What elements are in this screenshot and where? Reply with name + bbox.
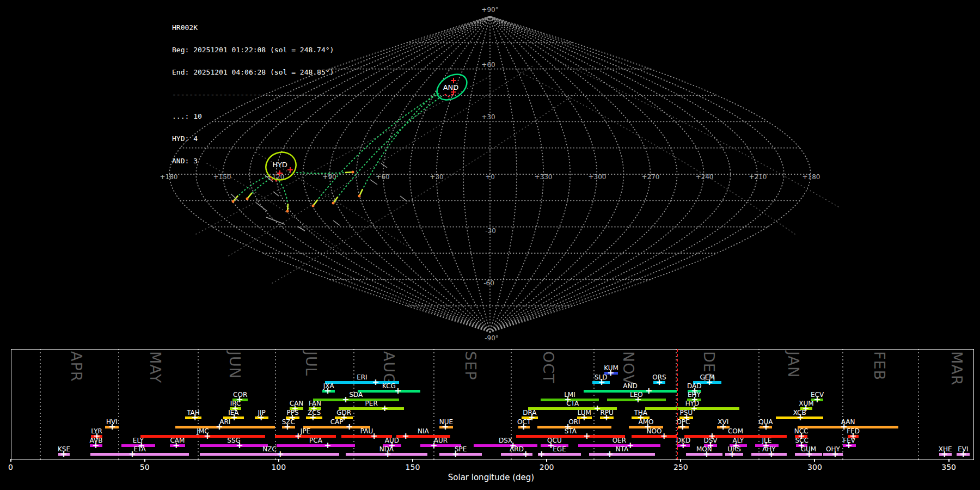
axis-tick bbox=[680, 459, 681, 462]
axis-tick bbox=[10, 459, 11, 462]
shower-peak-pca: + bbox=[324, 442, 332, 449]
shower-peak-sta: + bbox=[583, 432, 591, 440]
month-label-apr: APR bbox=[68, 351, 85, 382]
shower-bar-eta bbox=[90, 453, 189, 456]
axis-tick-label: 250 bbox=[664, 463, 697, 471]
shower-peak-xcb: + bbox=[797, 414, 804, 421]
shower-label-aur: AUR bbox=[416, 437, 465, 444]
shower-peak-evi: + bbox=[959, 450, 967, 458]
shower-label-noo: NOO bbox=[630, 427, 679, 435]
shower-peak-nzc: + bbox=[277, 450, 284, 458]
shower-label-nzc: NZC bbox=[245, 445, 294, 453]
axis-tick bbox=[278, 459, 279, 462]
shower-bar-spe bbox=[439, 453, 482, 456]
shower-label-ard: ARD bbox=[492, 445, 541, 453]
shower-peak-kcg: + bbox=[394, 387, 402, 395]
shower-label-cap: CAP bbox=[313, 418, 362, 426]
axis-tick bbox=[546, 459, 547, 462]
meteor-activity-screenshot: HR002K Beg: 20251201 01:22:08 (sol = 248… bbox=[0, 0, 980, 490]
shower-peak-ohy: + bbox=[831, 450, 839, 458]
shower-bar-nta bbox=[589, 453, 655, 456]
shower-peak-nda: + bbox=[384, 450, 391, 458]
month-label-jul: JUL bbox=[303, 351, 320, 376]
shower-label-oer: OER bbox=[595, 437, 644, 444]
month-label-jan: JAN bbox=[785, 351, 802, 378]
month-label-mar: MAR bbox=[948, 351, 965, 386]
shower-label-ori: ORI bbox=[550, 418, 599, 426]
shower-peak-qua: + bbox=[762, 423, 770, 431]
shower-peak-urs: + bbox=[728, 450, 736, 458]
shower-peak-ard: + bbox=[522, 450, 530, 458]
shower-peak-oct: + bbox=[520, 423, 528, 431]
shower-label-cta: CTA bbox=[548, 400, 597, 407]
shower-peak-kse: + bbox=[60, 450, 68, 458]
month-label-jun: JUN bbox=[226, 351, 243, 379]
shower-label-sda: SDA bbox=[332, 391, 381, 399]
axis-tick-label: 0 bbox=[0, 463, 27, 471]
x-axis-title: Solar longitude (deg) bbox=[442, 473, 540, 482]
shower-peak-cam: + bbox=[173, 442, 180, 449]
shower-label-kcg: KCG bbox=[364, 382, 413, 390]
axis-tick bbox=[144, 459, 145, 462]
shower-label-eta: ETA bbox=[115, 445, 164, 453]
current-sol-line bbox=[677, 349, 678, 461]
shower-bar-nzc bbox=[200, 453, 339, 456]
shower-label-ssg: SSG bbox=[210, 437, 259, 444]
axis-tick-label: 200 bbox=[530, 463, 563, 471]
shower-label-aan: AAN bbox=[824, 418, 873, 426]
shower-label-dsx: DSX bbox=[481, 437, 530, 444]
shower-peak-ssg: + bbox=[236, 442, 243, 449]
axis-tick-label: 100 bbox=[262, 463, 295, 471]
shower-label-spe: SPE bbox=[436, 445, 485, 453]
shower-label-ari: ARI bbox=[200, 418, 249, 426]
shower-peak-avb: + bbox=[92, 442, 100, 449]
axis-tick bbox=[814, 459, 815, 462]
month-label-feb: FEB bbox=[871, 351, 888, 381]
shower-peak-sld: + bbox=[598, 378, 605, 386]
shower-peak-ege: + bbox=[538, 450, 546, 458]
axis-tick-label: 300 bbox=[798, 463, 831, 471]
axis-tick-label: 50 bbox=[128, 463, 161, 471]
shower-peak-per: + bbox=[381, 405, 389, 412]
shower-peak-rpu: + bbox=[603, 414, 610, 421]
shower-label-jpe: JPE bbox=[281, 427, 330, 435]
shower-peak-nta: + bbox=[606, 450, 614, 458]
shower-peak-tah: + bbox=[191, 414, 199, 421]
month-label-may: MAY bbox=[147, 351, 164, 383]
shower-peak-eta: + bbox=[128, 450, 136, 458]
axis-tick-label: 150 bbox=[396, 463, 429, 471]
axis-tick-label: 350 bbox=[933, 463, 965, 471]
axis-tick bbox=[412, 459, 413, 462]
shower-peak-jxa: + bbox=[324, 387, 332, 395]
shower-label-jmc: JMC bbox=[178, 427, 227, 435]
shower-label-pca: PCA bbox=[291, 437, 340, 444]
shower-peak-ahy: + bbox=[768, 450, 775, 458]
activity-timeline: APRMAYJUNJULAUGSEPOCTNOVDECJANFEBMARKUM+… bbox=[0, 0, 980, 490]
shower-peak-ors: + bbox=[656, 378, 663, 386]
shower-label-com: COM bbox=[711, 427, 760, 435]
month-label-sep: SEP bbox=[462, 351, 479, 380]
shower-peak-leo: + bbox=[634, 396, 642, 403]
axis-tick bbox=[948, 459, 950, 462]
shower-peak-dpc: + bbox=[679, 423, 687, 431]
shower-label-pau: PAU bbox=[342, 427, 391, 435]
shower-label-nta: NTA bbox=[597, 445, 646, 453]
shower-peak-spe: + bbox=[452, 450, 460, 458]
month-label-oct: OCT bbox=[540, 351, 557, 384]
